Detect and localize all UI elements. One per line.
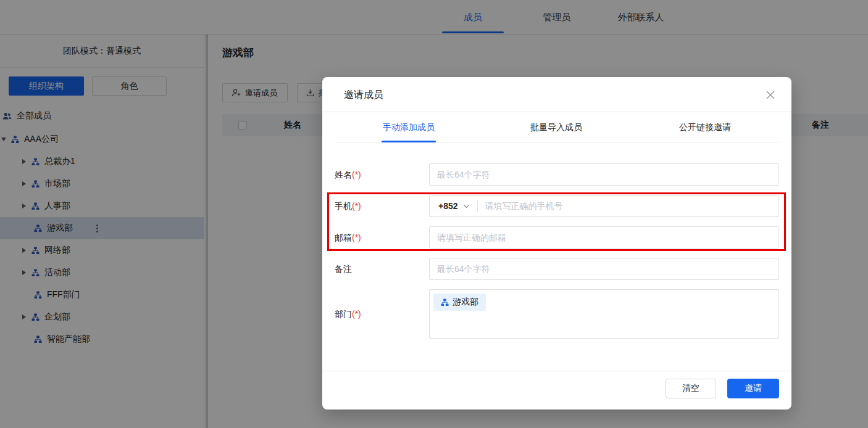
field-label-department: 部门(*) bbox=[335, 289, 361, 339]
field-label-email: 邮箱(*) bbox=[335, 226, 361, 249]
required-mark: (*) bbox=[352, 309, 361, 319]
email-input-wrap bbox=[429, 226, 779, 249]
name-input-wrap bbox=[429, 163, 779, 186]
clear-button[interactable]: 清空 bbox=[666, 379, 716, 398]
required-mark: (*) bbox=[352, 201, 361, 211]
remark-input-wrap bbox=[429, 258, 779, 280]
tab-batch-import-label: 批量导入成员 bbox=[530, 122, 582, 133]
phone-input[interactable] bbox=[478, 195, 778, 216]
label-text: 姓名 bbox=[335, 170, 352, 179]
country-code-value: +852 bbox=[438, 201, 458, 211]
label-text: 手机 bbox=[335, 201, 352, 211]
email-input[interactable] bbox=[430, 227, 778, 248]
dialog-title: 邀请成员 bbox=[344, 89, 383, 102]
tab-public-link[interactable]: 公开链接邀请 bbox=[678, 112, 732, 142]
label-text: 邮箱 bbox=[335, 233, 352, 242]
active-tab-underline bbox=[382, 141, 436, 142]
close-icon[interactable] bbox=[764, 89, 777, 101]
department-tag-label: 游戏部 bbox=[453, 297, 478, 308]
tab-batch-import[interactable]: 批量导入成员 bbox=[529, 112, 583, 142]
department-tag[interactable]: 游戏部 bbox=[433, 294, 486, 311]
phone-input-wrap: +852 bbox=[429, 195, 779, 217]
required-mark: (*) bbox=[352, 233, 361, 242]
dialog-footer: 清空 邀请 bbox=[322, 371, 791, 409]
department-picker[interactable]: 游戏部 bbox=[429, 289, 779, 339]
name-input[interactable] bbox=[430, 164, 778, 185]
dialog-tabs: 手动添加成员 批量导入成员 公开链接邀请 bbox=[322, 112, 791, 142]
label-text: 部门 bbox=[335, 309, 352, 319]
field-label-name: 姓名(*) bbox=[335, 163, 361, 186]
required-mark: (*) bbox=[352, 170, 361, 179]
country-code-select[interactable]: +852 bbox=[430, 201, 477, 211]
tab-manual-add[interactable]: 手动添加成员 bbox=[382, 112, 436, 142]
tab-manual-add-label: 手动添加成员 bbox=[383, 122, 435, 133]
invite-member-dialog: 邀请成员 手动添加成员 批量导入成员 公开链接邀请 姓名(*) 手机(*) +8… bbox=[322, 77, 791, 409]
invite-button[interactable]: 邀请 bbox=[727, 379, 779, 398]
tab-public-link-label: 公开链接邀请 bbox=[679, 122, 731, 133]
org-node-icon bbox=[441, 298, 449, 307]
label-text: 备注 bbox=[335, 264, 352, 274]
remark-input[interactable] bbox=[430, 258, 778, 279]
dialog-header: 邀请成员 bbox=[322, 77, 791, 112]
field-label-phone: 手机(*) bbox=[335, 195, 361, 217]
chevron-down-icon bbox=[463, 204, 470, 208]
field-label-remark: 备注 bbox=[335, 258, 352, 280]
